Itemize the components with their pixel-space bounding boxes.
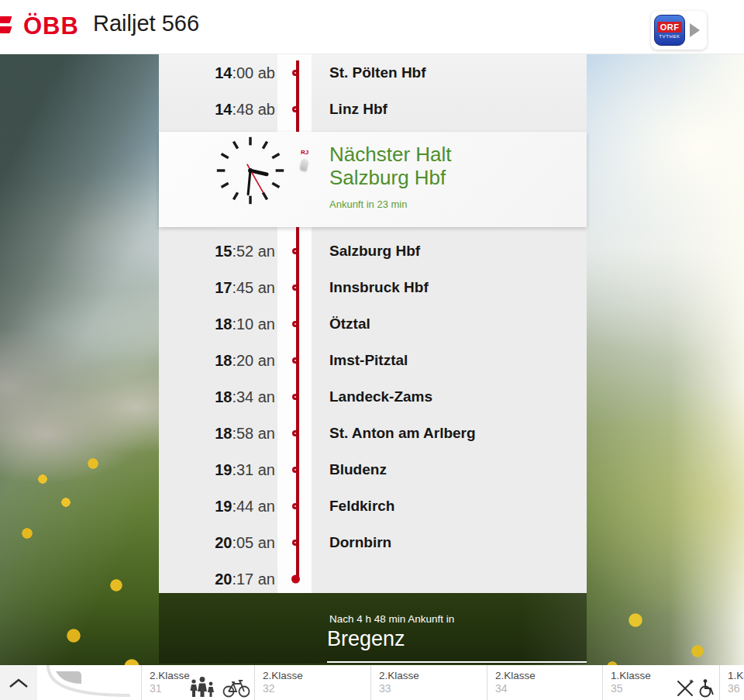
next-halt-station: Salzburg Hbf: [329, 166, 452, 189]
expand-button[interactable]: [0, 665, 37, 700]
destination-underline: [327, 661, 587, 663]
destination-city: Bregenz: [327, 627, 405, 651]
stop-dot-icon: [292, 70, 298, 76]
stop-station: Salzburg Hbf: [329, 243, 420, 260]
stop-row: 20:05 an Dornbirn: [159, 524, 587, 560]
stop-time: 20:17 an: [159, 570, 275, 588]
orf-tvthek-icon: ORF TVTHEK: [654, 15, 685, 46]
train-title: Railjet 566: [93, 11, 199, 36]
header-bar: ÖBB Railjet 566 ORF TVTHEK: [0, 0, 744, 54]
coach-overview-bar: 2.Klasse 31: [0, 665, 744, 700]
bicycle-icon: [222, 679, 250, 698]
stop-row: 18:20 an Imst-Pitztal: [159, 342, 587, 378]
family-icon: [188, 676, 219, 698]
stop-time: 18:20 an: [159, 351, 275, 369]
chevron-up-icon: [9, 678, 29, 688]
stop-row: 18:10 an Ötztal: [159, 305, 587, 342]
stop-row: 18:34 an Landeck-Zams: [159, 378, 587, 415]
stop-dot-icon: [292, 503, 298, 509]
stop-row: 18:58 an St. Anton am Arlberg: [159, 415, 587, 451]
stop-time: 15:52 an: [159, 242, 275, 260]
stop-time: 18:10 an: [159, 315, 275, 333]
stop-dot-icon: [292, 394, 298, 400]
destination-eta-text: Nach 4 h 48 min Ankunft in: [329, 613, 454, 625]
stop-row: 19:31 an Bludenz: [159, 451, 587, 488]
stop-row: 14:48 ab Linz Hbf: [159, 91, 587, 127]
coach-cell-32[interactable]: 2.Klasse 32: [254, 665, 370, 700]
coach-cell-36[interactable]: 1.Klasse 36: [719, 665, 744, 700]
stop-time: 18:34 an: [159, 388, 275, 405]
stop-station: Innsbruck Hbf: [329, 279, 429, 296]
stop-row: 14:00 ab St. Pölten Hbf: [159, 54, 587, 91]
orf-tvthek-widget[interactable]: ORF TVTHEK: [651, 11, 707, 50]
coach-cell-31[interactable]: 2.Klasse 31: [141, 665, 254, 700]
coach-number: 33: [379, 682, 487, 695]
stop-time: 19:31 an: [159, 460, 275, 478]
stop-station: Linz Hbf: [329, 101, 388, 118]
stop-row: 20:17 an: [159, 560, 587, 597]
stop-time: 17:45 an: [159, 278, 275, 296]
stop-station: Landeck-Zams: [329, 388, 432, 405]
coach-class-label: 2.Klasse: [495, 669, 602, 682]
stop-time: 14:00 ab: [159, 64, 275, 81]
coach-cell-35[interactable]: 1.Klasse 35: [602, 665, 719, 700]
stop-dot-icon: [292, 106, 298, 112]
stop-time: 18:58 an: [159, 424, 275, 442]
stop-station: St. Anton am Arlberg: [329, 425, 476, 442]
next-halt-eta: Ankunft in 23 min: [329, 198, 452, 210]
stop-station: Bludenz: [329, 461, 387, 478]
coach-cell-34[interactable]: 2.Klasse 34: [487, 665, 602, 700]
terminus-dot-icon: [291, 574, 300, 583]
coach-class-label: 1.Klasse: [728, 669, 744, 682]
rj-train-label: RJ: [301, 149, 308, 156]
railjet-info-screen: ÖBB Railjet 566 ORF TVTHEK 14:00 ab St. …: [0, 0, 744, 700]
stop-dot-icon: [292, 430, 298, 436]
destination-bar: Nach 4 h 48 min Ankunft in Bregenz: [159, 593, 587, 664]
route-timeline-panel: 14:00 ab St. Pölten Hbf 14:48 ab Linz Hb…: [159, 54, 587, 593]
wheelchair-icon: [698, 679, 715, 698]
stop-time: 14:48 ab: [159, 100, 275, 118]
stop-dot-icon: [292, 284, 298, 291]
stop-time: 19:44 an: [159, 497, 275, 515]
obb-logo: ÖBB: [23, 12, 79, 40]
coach-number: 34: [495, 682, 602, 695]
stop-station: Dornbirn: [329, 534, 391, 551]
play-icon[interactable]: [690, 23, 700, 37]
stop-station: St. Pölten Hbf: [329, 64, 426, 81]
train-position-marker: RJ: [301, 149, 308, 171]
stop-dot-icon: [292, 357, 298, 364]
train-front-icon: [37, 665, 141, 700]
obb-logo-fragment-icon: [0, 16, 11, 36]
next-halt-label: Nächster Halt: [329, 143, 452, 166]
analog-clock-icon: [213, 133, 288, 208]
coach-class-label: 2.Klasse: [263, 669, 370, 682]
stop-station: Feldkirch: [329, 498, 394, 515]
coach-number: 32: [263, 682, 370, 695]
stop-row: 17:45 an Innsbruck Hbf: [159, 269, 587, 305]
restaurant-icon: [676, 679, 694, 698]
stop-row: 15:52 an Salzburg Hbf: [159, 233, 587, 269]
train-nose-icon: [300, 158, 309, 171]
coach-number: 36: [728, 682, 744, 695]
stop-station: Imst-Pitztal: [329, 352, 408, 369]
stop-time: 20:05 an: [159, 533, 275, 551]
coach-cell-33[interactable]: 2.Klasse 33: [370, 665, 487, 700]
stop-dot-icon: [292, 321, 298, 327]
stop-dot-icon: [292, 248, 298, 254]
stop-station: Ötztal: [329, 316, 370, 333]
stop-dot-icon: [292, 540, 298, 546]
stop-row: 19:44 an Feldkirch: [159, 488, 587, 524]
stop-dot-icon: [292, 467, 298, 473]
coach-class-label: 2.Klasse: [379, 669, 487, 682]
